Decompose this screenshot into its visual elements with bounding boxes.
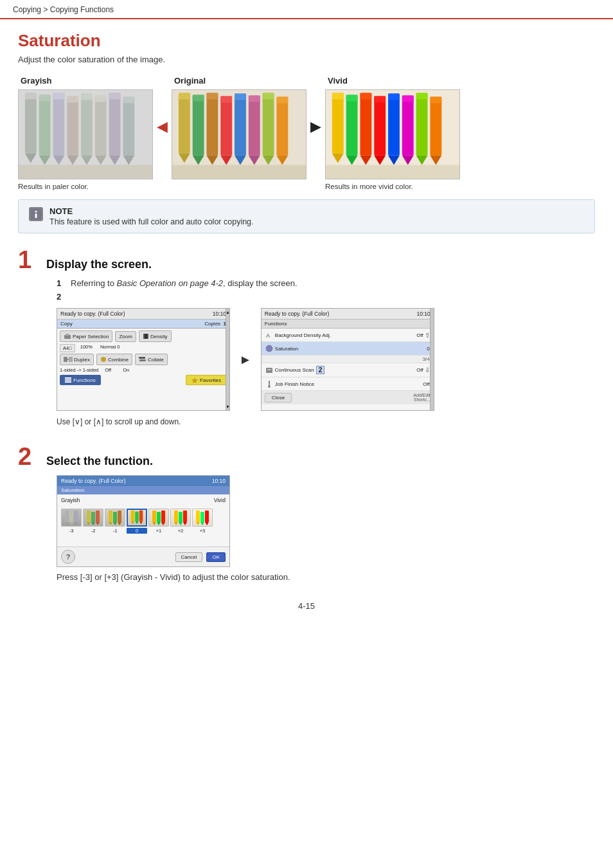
vivid-image	[325, 89, 460, 179]
svg-rect-21	[109, 93, 121, 100]
step1-substep2: 2	[57, 292, 595, 302]
step1-substep1: 1 Referring to Basic Operation on page 4…	[57, 278, 595, 288]
svg-marker-126	[152, 522, 156, 525]
svg-rect-67	[388, 94, 400, 100]
svg-rect-7	[53, 93, 64, 156]
svg-rect-19	[109, 93, 121, 156]
svg-marker-118	[118, 522, 121, 525]
sat-label-minus2[interactable]: -2	[83, 528, 103, 534]
note-text: This feature is used with full color and…	[49, 217, 254, 226]
svg-rect-77	[326, 165, 459, 179]
svg-rect-32	[193, 95, 204, 102]
svg-rect-119	[131, 511, 135, 521]
main-screen: Ready to copy. (Full Color) 10:10 Copy C…	[57, 308, 230, 411]
svg-rect-65	[388, 94, 400, 156]
image-comparison: Grayish	[18, 76, 595, 190]
sat-label-zero[interactable]: 0	[127, 528, 147, 534]
svg-marker-122	[135, 521, 139, 525]
svg-rect-36	[220, 96, 232, 156]
note-icon	[29, 207, 43, 221]
svg-rect-129	[161, 511, 165, 522]
help-button[interactable]: ?	[61, 550, 75, 564]
scroll-note: Use [∨] or [∧] to scroll up and down.	[57, 417, 595, 426]
svg-rect-74	[430, 97, 441, 156]
svg-rect-55	[332, 93, 344, 100]
svg-point-96	[266, 345, 272, 352]
sat-label-plus1[interactable]: +1	[148, 528, 169, 534]
sat-pencils-row	[57, 506, 229, 528]
svg-rect-80	[35, 213, 37, 218]
sat-pencil-plus1[interactable]	[148, 509, 169, 527]
sat-label-minus1[interactable]: -1	[105, 528, 125, 534]
main-screen-header: Ready to copy. (Full Color) 10:10	[57, 309, 229, 320]
svg-point-88	[101, 357, 106, 362]
svg-rect-56	[346, 95, 358, 156]
grayish-label: Grayish	[21, 76, 51, 86]
original-label: Original	[174, 76, 206, 86]
sat-label-minus3[interactable]: -3	[61, 528, 82, 534]
svg-rect-51	[172, 165, 306, 179]
step2-number: 2	[18, 444, 37, 469]
svg-rect-53	[332, 93, 344, 154]
sat-label-plus2[interactable]: +2	[170, 528, 191, 534]
note-box: NOTE This feature is used with full colo…	[18, 199, 595, 233]
svg-text:A: A	[266, 332, 270, 339]
sat-pencil-plus2[interactable]	[170, 509, 191, 527]
step1-body: 1 Referring to Basic Operation on page 4…	[57, 278, 595, 426]
sat-pencil-minus2[interactable]	[83, 509, 103, 527]
grayish-image	[18, 89, 153, 179]
step1-container: 1 Display the screen. 1 Referring to Bas…	[18, 248, 595, 426]
svg-rect-27	[179, 93, 190, 154]
svg-rect-44	[249, 96, 260, 102]
sat-pencil-minus3[interactable]	[61, 509, 82, 527]
sat-label-plus3[interactable]: +3	[192, 528, 213, 534]
step2-header: 2 Select the function.	[18, 444, 595, 469]
sat-pencil-plus3[interactable]	[192, 509, 213, 527]
side-screen-header: Ready to copy. (Full Color) 10:10	[262, 309, 434, 320]
sat-screen-header: Ready to copy. (Full Color) 10:10	[57, 476, 229, 486]
svg-rect-137	[196, 511, 200, 522]
breadcrumb: Copying > Copying Functions	[0, 0, 613, 19]
svg-rect-101	[65, 511, 69, 522]
step1-substep1-text: Referring to Basic Operation on page 4-2…	[71, 278, 298, 288]
step1-ui-mockups: Ready to copy. (Full Color) 10:10 Copy C…	[57, 308, 595, 411]
svg-rect-68	[402, 96, 414, 156]
svg-rect-92	[65, 379, 71, 381]
svg-rect-111	[96, 511, 100, 522]
svg-rect-113	[109, 511, 112, 522]
ok-button[interactable]: OK	[206, 552, 226, 562]
svg-marker-104	[69, 522, 73, 525]
copies-label-area: Copies 1	[204, 321, 226, 327]
svg-marker-128	[157, 522, 161, 525]
svg-marker-138	[196, 522, 200, 525]
note-title: NOTE	[49, 206, 254, 216]
svg-rect-10	[67, 96, 78, 156]
svg-rect-76	[430, 97, 441, 104]
svg-marker-124	[139, 521, 143, 525]
step1-substep2-num: 2	[57, 292, 66, 302]
svg-marker-136	[183, 522, 187, 525]
svg-rect-82	[66, 334, 69, 336]
note-content: NOTE This feature is used with full colo…	[49, 206, 254, 226]
svg-rect-62	[374, 96, 386, 156]
svg-rect-22	[123, 97, 134, 156]
svg-rect-109	[91, 512, 95, 522]
svg-rect-97	[266, 368, 272, 373]
svg-rect-117	[118, 511, 121, 522]
breadcrumb-separator: >	[43, 5, 49, 14]
vivid-caption: Results in more vivid color.	[325, 183, 413, 190]
svg-rect-89	[139, 357, 145, 359]
step2-title: Select the function.	[46, 455, 153, 468]
svg-marker-112	[96, 522, 100, 525]
svg-marker-140	[200, 522, 204, 525]
sat-pencil-zero[interactable]	[127, 509, 147, 527]
svg-rect-15	[81, 94, 93, 100]
page-footer: 4-15	[18, 601, 595, 624]
screen-time: 10:10	[213, 311, 226, 317]
cancel-button[interactable]: Cancel	[175, 552, 203, 562]
breadcrumb-part1: Copying	[13, 5, 41, 14]
grayish-caption: Results in paler color.	[18, 183, 89, 190]
sat-pencil-minus1[interactable]	[105, 509, 125, 527]
vivid-label: Vivid	[328, 76, 348, 86]
svg-rect-133	[179, 512, 182, 522]
